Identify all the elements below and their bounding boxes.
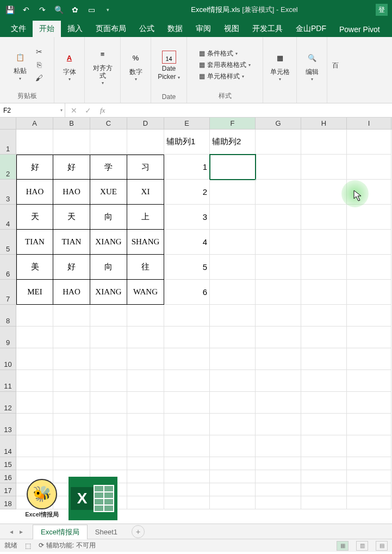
cell-D12[interactable] [127, 392, 164, 414]
cell-B5[interactable]: TIAN [53, 230, 90, 255]
cell-H6[interactable] [301, 255, 347, 280]
cell-H10[interactable] [301, 348, 347, 370]
cell-H16[interactable] [301, 470, 347, 483]
cell-D11[interactable] [127, 370, 164, 392]
cell-H3[interactable] [301, 180, 347, 205]
format-painter-icon[interactable]: 🖌 [34, 73, 44, 83]
cell-A10[interactable] [16, 348, 53, 370]
tab-formulas[interactable]: 公式 [133, 21, 161, 37]
view-pagebreak-button[interactable]: ▤ [376, 541, 388, 551]
cell-E4[interactable]: 3 [164, 205, 210, 230]
row-header-9[interactable]: 9 [0, 327, 16, 348]
cell-C2[interactable]: 学 [90, 155, 127, 180]
print-preview-icon[interactable]: 🔍 [53, 4, 64, 15]
macro-record-icon[interactable]: ⬚ [25, 542, 31, 550]
cell-B14[interactable] [53, 435, 90, 457]
cell-F6[interactable] [210, 255, 256, 280]
cell-I8[interactable] [347, 305, 391, 327]
cell-B11[interactable] [53, 370, 90, 392]
row-header-16[interactable]: 16 [0, 470, 16, 483]
col-header-E[interactable]: E [164, 118, 210, 129]
tab-review[interactable]: 审阅 [189, 21, 217, 37]
cell-H18[interactable] [301, 496, 347, 509]
cut-icon[interactable]: ✂ [34, 47, 44, 57]
cell-F15[interactable] [210, 457, 256, 470]
cell-G13[interactable] [256, 414, 301, 435]
cell-I7[interactable] [347, 280, 391, 305]
cell-E17[interactable] [164, 483, 210, 496]
cell-C15[interactable] [90, 457, 127, 470]
cell-D8[interactable] [127, 305, 164, 327]
cell-F9[interactable] [210, 327, 256, 348]
tab-home[interactable]: 开始 [33, 21, 61, 37]
tab-developer[interactable]: 开发工具 [246, 21, 289, 37]
cell-H17[interactable] [301, 483, 347, 496]
cell-B13[interactable] [53, 414, 90, 435]
cell-G15[interactable] [256, 457, 301, 470]
cell-D18[interactable] [127, 496, 164, 509]
cell-D2[interactable]: 习 [127, 155, 164, 180]
cell-E11[interactable] [164, 370, 210, 392]
cell-I17[interactable] [347, 483, 391, 496]
cell-F17[interactable] [210, 483, 256, 496]
sheet-tab-other[interactable]: Sheet1 [88, 526, 125, 538]
cell-H9[interactable] [301, 327, 347, 348]
cell-D13[interactable] [127, 414, 164, 435]
cell-I11[interactable] [347, 370, 391, 392]
cell-E6[interactable]: 5 [164, 255, 210, 280]
cell-D4[interactable]: 上 [127, 205, 164, 230]
cell-I2[interactable] [347, 155, 391, 180]
cell-F14[interactable] [210, 435, 256, 457]
cell-I4[interactable] [347, 205, 391, 230]
col-header-A[interactable]: A [16, 118, 53, 129]
cell-E1[interactable]: 辅助列1 [164, 130, 210, 155]
cell-D6[interactable]: 往 [127, 255, 164, 280]
cell-G7[interactable] [256, 280, 301, 305]
cell-G9[interactable] [256, 327, 301, 348]
cell-E18[interactable] [164, 496, 210, 509]
cell-A4[interactable]: 天 [16, 205, 53, 230]
name-box[interactable]: F2 ▾ [0, 103, 65, 117]
cell-G3[interactable] [256, 180, 301, 205]
tab-view[interactable]: 视图 [217, 21, 246, 37]
cell-E14[interactable] [164, 435, 210, 457]
row-header-15[interactable]: 15 [0, 457, 16, 470]
cell-H8[interactable] [301, 305, 347, 327]
cell-A8[interactable] [16, 305, 53, 327]
cell-E15[interactable] [164, 457, 210, 470]
col-header-H[interactable]: H [301, 118, 347, 129]
cell-D9[interactable] [127, 327, 164, 348]
cell-B8[interactable] [53, 305, 90, 327]
cell-I6[interactable] [347, 255, 391, 280]
cell-I14[interactable] [347, 435, 391, 457]
alignment-button[interactable]: ≡ 对齐方式 ▾ [88, 45, 117, 87]
datepicker-button[interactable]: 14 DatePicker ▾ [155, 50, 182, 82]
cell-A7[interactable]: MEI [16, 280, 53, 305]
cell-D17[interactable] [127, 483, 164, 496]
cell-H13[interactable] [301, 414, 347, 435]
cell-D5[interactable]: SHANG [127, 230, 164, 255]
cell-C9[interactable] [90, 327, 127, 348]
cell-D3[interactable]: XI [127, 180, 164, 205]
cell-G10[interactable] [256, 348, 301, 370]
col-header-B[interactable]: B [53, 118, 90, 129]
cell-D1[interactable] [127, 130, 164, 155]
cell-A6[interactable]: 美 [16, 255, 53, 280]
cell-I15[interactable] [347, 457, 391, 470]
cell-F13[interactable] [210, 414, 256, 435]
select-all-corner[interactable] [0, 118, 16, 129]
cell-B3[interactable]: HAO [53, 180, 90, 205]
row-header-3[interactable]: 3 [0, 180, 16, 205]
cell-H5[interactable] [301, 230, 347, 255]
col-header-F[interactable]: F [210, 118, 256, 129]
row-header-18[interactable]: 18 [0, 496, 16, 509]
cell-D7[interactable]: WANG [127, 280, 164, 305]
cell-E9[interactable] [164, 327, 210, 348]
cell-G6[interactable] [256, 255, 301, 280]
cell-B9[interactable] [53, 327, 90, 348]
undo-icon[interactable]: ↶ [21, 4, 32, 15]
cell-style-button[interactable]: ▦单元格样式 ▾ [199, 72, 251, 81]
cell-G2[interactable] [256, 155, 301, 180]
cell-G4[interactable] [256, 205, 301, 230]
number-button[interactable]: % 数字 ▾ [125, 48, 147, 83]
